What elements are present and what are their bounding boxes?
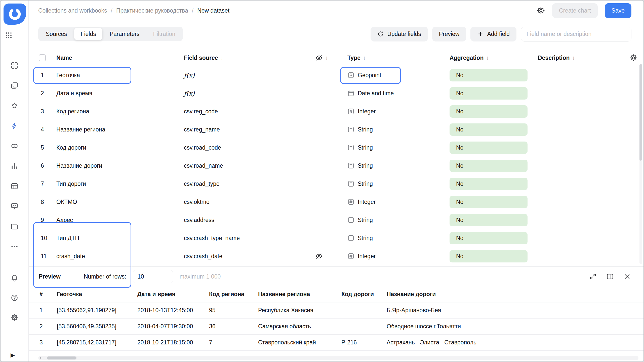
column-header-description[interactable]: Description↓ [538,55,622,61]
field-name[interactable]: Тип ДТП [56,235,184,242]
field-name[interactable]: Геоточка [56,72,184,79]
field-name[interactable]: Адрес [56,217,184,223]
column-header-aggregation[interactable]: Aggregation↓ [450,55,538,61]
preview-col-header: Название дороги [387,291,638,298]
field-source: csv.road_type [184,180,315,187]
breadcrumb-workbook[interactable]: Практические руководства [116,7,188,14]
table-icon[interactable] [7,180,23,192]
gear-icon[interactable] [7,312,23,323]
field-type[interactable]: String [347,216,450,223]
update-fields-button[interactable]: Update fields [371,27,428,41]
aggregation-select[interactable]: No [450,105,528,118]
aggregation-select[interactable]: No [450,69,528,81]
field-row[interactable]: 3 Код региона csv.reg_code Integer No [29,102,643,120]
folder-icon[interactable] [7,221,23,232]
rows-count-input[interactable] [133,270,173,283]
row-number: 3 [39,108,56,115]
field-type[interactable]: String [347,126,450,133]
aggregation-select[interactable]: No [450,160,528,172]
bar-chart-icon[interactable] [7,160,23,171]
column-header-type[interactable]: Type↓ [347,55,450,61]
field-type[interactable]: Integer [347,198,450,205]
field-type[interactable]: String [347,235,450,242]
tab-fields[interactable]: Fields [74,28,102,40]
field-name[interactable]: Название региона [56,126,184,133]
aggregation-select[interactable]: No [450,196,528,208]
field-row[interactable]: 9 Адрес csv.address String No [29,211,643,229]
save-button[interactable]: Save [605,3,631,18]
ellipsis-icon[interactable] [7,241,23,252]
calendar-type-icon [347,90,354,97]
field-row[interactable]: 6 Название дороги csv.road_name String N… [29,157,643,175]
field-name[interactable]: Код дороги [56,144,184,151]
scroll-left-icon[interactable] [39,356,43,360]
sort-down-icon: ↓ [220,55,223,61]
field-row[interactable]: 8 ОКТМО csv.oktmo Integer No [29,193,643,211]
bell-icon[interactable] [7,273,23,284]
field-row[interactable]: 1 Геоточка ƒ(x) Geopoint No [29,66,643,84]
field-source: csv.oktmo [184,199,315,205]
help-icon[interactable] [7,292,23,303]
field-row[interactable]: 2 Дата и время ƒ(x) Date and time No [29,84,643,102]
aggregation-select[interactable]: No [450,87,528,100]
tab-parameters[interactable]: Parameters [103,28,146,40]
monitor-icon[interactable] [7,201,23,212]
star-icon[interactable] [7,100,23,111]
column-header-hidden[interactable]: ↓ [315,54,347,62]
vertical-scrollbar [639,64,642,264]
aggregation-select[interactable]: No [450,142,528,154]
field-name[interactable]: Дата и время [56,90,184,97]
field-name[interactable]: ОКТМО [56,199,184,205]
table-settings-gear-icon[interactable] [629,54,637,62]
eye-off-icon[interactable] [315,252,323,260]
field-type[interactable]: String [347,144,450,151]
settings-gear-icon[interactable] [537,6,545,15]
rings-icon[interactable] [7,140,23,151]
split-view-icon[interactable] [606,273,614,280]
aggregation-select[interactable]: No [450,214,528,226]
preview-button[interactable]: Preview [432,27,466,41]
field-name[interactable]: Название дороги [56,162,184,169]
field-row[interactable]: 7 Тип дороги csv.road_type String No [29,175,643,193]
layers-icon[interactable] [7,80,23,91]
add-field-button[interactable]: Add field [470,27,516,41]
field-type[interactable]: Date and time [347,90,450,97]
field-row[interactable]: 5 Код дороги csv.road_code String No [29,139,643,157]
tab-sources[interactable]: Sources [39,28,73,40]
tab-filtration[interactable]: Filtration [147,28,182,40]
eye-off-icon [315,54,323,62]
field-row[interactable]: 11 crash_date csv.crash_date Integer No [29,247,643,265]
field-type[interactable]: Integer [347,108,450,115]
breadcrumb-collections[interactable]: Collections and workbooks [38,7,107,14]
field-type[interactable]: Geopoint [347,72,450,79]
field-name[interactable]: Тип дороги [56,180,184,187]
field-type[interactable]: String [347,180,450,187]
datalens-logo[interactable] [4,4,26,25]
horizontal-scrollbar-thumb[interactable] [47,356,76,359]
preview-col-header: Дата и время [137,291,209,298]
column-header-name[interactable]: Name↓ [56,55,184,61]
aggregation-select[interactable]: No [450,250,528,262]
field-type[interactable]: String [347,162,450,169]
aggregation-select[interactable]: No [450,232,528,244]
field-name[interactable]: Код региона [56,108,184,115]
field-source: csv.reg_code [184,108,315,115]
expand-sidebar-button[interactable]: ▶ [11,352,15,358]
aggregation-select[interactable]: No [450,123,528,136]
vertical-scrollbar-thumb[interactable] [639,64,642,161]
field-type[interactable]: Integer [347,253,450,260]
apps-grid-icon[interactable] [1,30,17,41]
field-row[interactable]: 10 Тип ДТП csv.crash_type_name String No [29,229,643,247]
aggregation-select[interactable]: No [450,178,528,190]
field-name[interactable]: crash_date [56,253,184,260]
field-row[interactable]: 4 Название региона csv.reg_name String N… [29,120,643,139]
close-preview-icon[interactable] [623,273,631,280]
column-header-source[interactable]: Field source↓ [184,55,315,61]
create-chart-button[interactable]: Create chart [552,3,598,18]
expand-preview-icon[interactable] [589,273,597,280]
select-all-checkbox[interactable] [39,54,46,61]
bolt-icon[interactable] [7,120,23,131]
breadcrumb-separator: / [192,7,193,14]
field-search-input[interactable] [521,27,631,41]
tiles-icon[interactable] [7,60,23,71]
